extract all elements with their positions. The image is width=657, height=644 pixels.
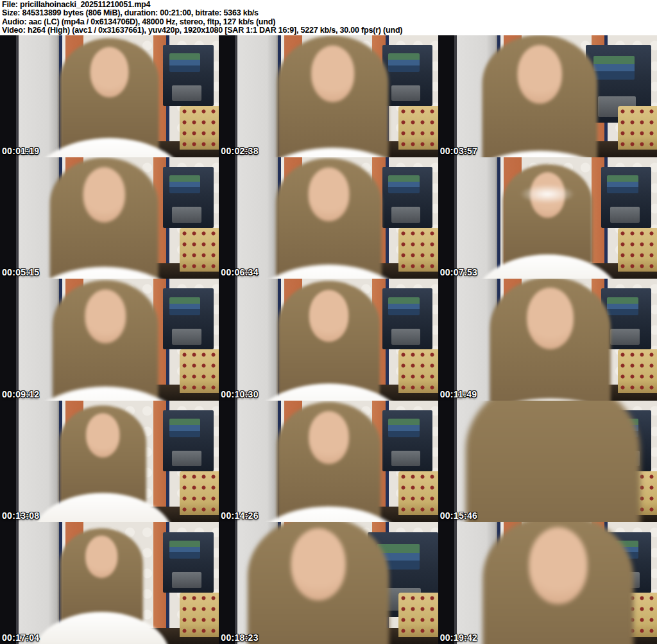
timestamp-overlay: 00:01:19 — [2, 146, 39, 156]
video-thumbnail: 00:14:26 — [219, 401, 438, 523]
bed-decor — [180, 106, 219, 150]
video-thumbnail: 00:19:42 — [438, 522, 657, 644]
bed-decor — [398, 228, 438, 272]
person-placeholder — [219, 522, 416, 644]
shirt-shape — [474, 255, 622, 279]
person-placeholder — [255, 35, 410, 157]
timestamp-overlay: 00:13:08 — [2, 510, 39, 521]
face-shape — [309, 290, 348, 342]
bed-decor — [398, 349, 438, 393]
metadata-line-video: Video: h264 (High) (avc1 / 0x31637661), … — [2, 26, 657, 35]
person-placeholder — [459, 35, 620, 157]
video-thumbnail: 00:15:46 — [438, 401, 657, 523]
timestamp-overlay: 00:05:15 — [2, 267, 39, 277]
person-placeholder — [44, 528, 159, 644]
shirt-shape — [243, 507, 414, 522]
person-placeholder — [255, 159, 402, 279]
person-placeholder — [485, 164, 610, 279]
video-thumbnail: 00:01:19 — [0, 35, 219, 157]
person-placeholder — [42, 406, 163, 522]
person-placeholder — [453, 522, 657, 644]
face-shape — [517, 44, 562, 103]
person-placeholder — [257, 281, 399, 400]
face-shape — [86, 413, 120, 457]
timestamp-overlay: 00:17:04 — [2, 632, 39, 643]
metadata-line-file: File: pricillahoinacki_202511210051.mp4 — [2, 1, 657, 9]
person-placeholder — [29, 158, 180, 279]
timestamp-overlay: 00:14:26 — [221, 510, 258, 521]
timestamp-overlay: 00:02:38 — [221, 146, 258, 156]
video-thumbnail: 00:17:04 — [0, 522, 219, 644]
video-thumbnail: 00:13:08 — [0, 401, 219, 523]
face-shape — [85, 289, 126, 343]
metadata-line-audio: Audio: aac (LC) (mp4a / 0x6134706D), 480… — [2, 18, 657, 26]
bed-decor — [180, 349, 219, 393]
face-shape — [527, 287, 574, 349]
shirt-shape — [31, 493, 174, 522]
timestamp-overlay: 00:06:34 — [221, 267, 258, 277]
bed-decor — [180, 471, 219, 515]
person-placeholder — [438, 401, 657, 523]
shirt-shape — [242, 265, 416, 279]
video-thumbnail: 00:03:57 — [438, 35, 657, 157]
timestamp-overlay: 00:10:30 — [221, 389, 258, 399]
bed-decor — [180, 593, 219, 636]
shirt-shape — [241, 148, 424, 157]
metadata-header: File: pricillahoinacki_202511210051.mp4 … — [0, 0, 657, 35]
shelf-decor — [163, 532, 214, 593]
face-shape — [85, 535, 117, 578]
video-contact-sheet: File: pricillahoinacki_202511210051.mp4 … — [0, 0, 657, 644]
shirt-shape — [19, 387, 192, 401]
timestamp-overlay: 00:03:57 — [440, 146, 477, 156]
face-shape — [83, 167, 125, 222]
metadata-line-size: Size: 845313899 bytes (806 MiB), duratio… — [2, 9, 657, 17]
bed-decor — [398, 471, 438, 515]
shelf-decor — [163, 410, 214, 471]
shirt-shape — [33, 612, 170, 644]
bed-decor — [180, 228, 219, 272]
face-shape — [530, 172, 565, 218]
face-shape — [291, 528, 346, 600]
shirt-shape — [28, 138, 191, 157]
face-shape — [90, 46, 129, 97]
face-shape — [529, 527, 588, 604]
video-thumbnail: 00:09:12 — [0, 279, 219, 401]
thumbnail-grid: 00:01:19 00:02:38 00:03:57 — [0, 35, 657, 644]
face-shape — [308, 168, 349, 222]
video-thumbnail: 00:10:30 — [219, 279, 438, 401]
shirt-shape — [245, 383, 413, 401]
video-thumbnail: 00:05:15 — [0, 157, 219, 279]
person-placeholder — [466, 279, 634, 401]
timestamp-overlay: 00:18:23 — [221, 632, 258, 643]
video-thumbnail: 00:07:53 — [438, 157, 657, 279]
face-shape — [308, 411, 348, 464]
video-thumbnail: 00:18:23 — [219, 522, 438, 644]
person-placeholder — [40, 38, 178, 157]
shirt-shape — [15, 267, 194, 279]
person-placeholder — [256, 402, 400, 522]
timestamp-overlay: 00:19:42 — [440, 632, 477, 643]
timestamp-overlay: 00:09:12 — [2, 389, 39, 399]
timestamp-overlay: 00:11:49 — [440, 389, 477, 399]
video-thumbnail: 00:06:34 — [219, 157, 438, 279]
face-shape — [311, 45, 354, 102]
person-placeholder — [32, 280, 179, 401]
timestamp-overlay: 00:15:46 — [440, 510, 477, 521]
bed-decor — [618, 228, 657, 272]
bed-decor — [618, 106, 657, 150]
video-thumbnail: 00:02:38 — [219, 35, 438, 157]
timestamp-overlay: 00:07:53 — [440, 267, 477, 277]
video-thumbnail: 00:11:49 — [438, 279, 657, 401]
